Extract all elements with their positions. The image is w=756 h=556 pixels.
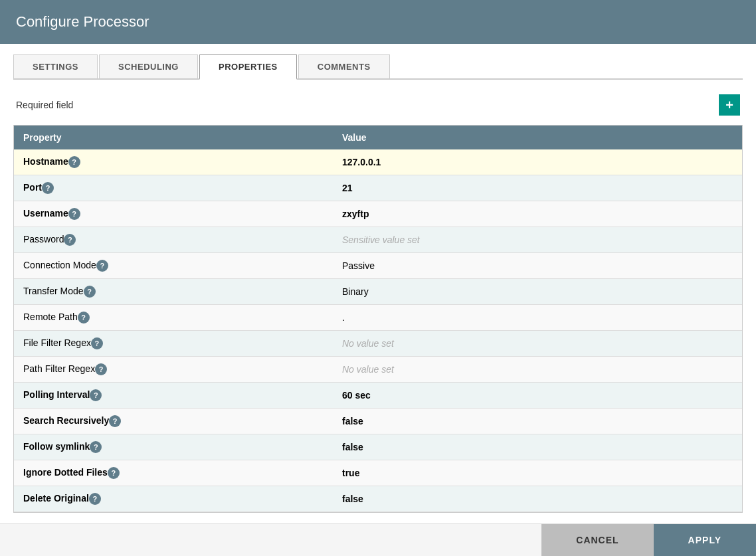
property-name: Delete Original (23, 493, 89, 504)
property-name: Polling Interval (23, 389, 90, 400)
table-row[interactable]: Transfer Mode?Binary (14, 279, 742, 305)
properties-table-wrapper: Property Value Hostname?127.0.0.1Port?21… (13, 125, 743, 513)
property-value[interactable]: 60 sec (333, 383, 742, 409)
table-row[interactable]: Password?Sensitive value set (14, 227, 742, 253)
help-icon[interactable]: ? (96, 260, 108, 272)
property-name: Remote Path (23, 312, 78, 322)
dialog-footer: CANCEL APPLY (0, 523, 756, 556)
help-icon[interactable]: ? (109, 415, 121, 427)
help-icon[interactable]: ? (68, 156, 80, 168)
help-icon[interactable]: ? (84, 286, 96, 298)
property-name: Search Recursively (23, 415, 109, 426)
help-icon[interactable]: ? (64, 234, 76, 246)
table-row[interactable]: File Filter Regex?No value set (14, 331, 742, 357)
cancel-button[interactable]: CANCEL (541, 524, 653, 556)
property-value[interactable]: true (333, 460, 742, 486)
properties-table-scroll[interactable]: Property Value Hostname?127.0.0.1Port?21… (14, 126, 742, 512)
property-value[interactable]: Passive (333, 253, 742, 279)
help-icon[interactable]: ? (108, 467, 120, 479)
property-value[interactable]: No value set (333, 331, 742, 357)
column-header-value: Value (333, 126, 742, 149)
table-row[interactable]: Polling Interval?60 sec (14, 383, 742, 409)
help-icon[interactable]: ? (90, 441, 102, 453)
table-row[interactable]: Username?zxyftp (14, 201, 742, 227)
add-property-button[interactable]: + (719, 94, 740, 116)
table-row[interactable]: Port?21 (14, 175, 742, 201)
property-value[interactable]: 127.0.0.1 (333, 149, 742, 175)
tab-properties[interactable]: PROPERTIES (199, 54, 297, 80)
required-field-bar: Required field + (13, 90, 743, 120)
property-value[interactable]: zxyftp (333, 201, 742, 227)
required-field-label: Required field (16, 100, 73, 110)
property-value[interactable]: false (333, 409, 742, 434)
table-row[interactable]: Delete Original?false (14, 486, 742, 512)
property-name: File Filter Regex (23, 337, 91, 348)
property-value[interactable]: false (333, 434, 742, 460)
help-icon[interactable]: ? (68, 208, 80, 220)
help-icon[interactable]: ? (42, 182, 54, 194)
property-value[interactable]: 21 (333, 175, 742, 201)
property-value[interactable]: Binary (333, 279, 742, 305)
dialog-header: Configure Processor (0, 0, 756, 44)
help-icon[interactable]: ? (91, 337, 103, 349)
property-name: Ignore Dotted Files (23, 467, 108, 478)
table-row[interactable]: Connection Mode?Passive (14, 253, 742, 279)
property-name: Port (23, 182, 42, 193)
table-row[interactable]: Follow symlink?false (14, 434, 742, 460)
apply-button[interactable]: APPLY (654, 524, 756, 556)
property-name: Hostname (23, 156, 68, 167)
property-name: Follow symlink (23, 441, 90, 452)
table-row[interactable]: Hostname?127.0.0.1 (14, 149, 742, 175)
tab-bar: SETTINGS SCHEDULING PROPERTIES COMMENTS (13, 54, 743, 80)
table-row[interactable]: Search Recursively?false (14, 409, 742, 434)
property-value[interactable]: No value set (333, 357, 742, 383)
tab-comments[interactable]: COMMENTS (298, 54, 390, 78)
property-value[interactable]: Sensitive value set (333, 227, 742, 253)
property-name: Password (23, 234, 64, 244)
property-name: Transfer Mode (23, 286, 84, 296)
table-row[interactable]: Path Filter Regex?No value set (14, 357, 742, 383)
table-row[interactable]: Remote Path?. (14, 305, 742, 331)
help-icon[interactable]: ? (95, 363, 107, 375)
help-icon[interactable]: ? (90, 389, 102, 401)
help-icon[interactable]: ? (78, 312, 90, 324)
properties-table: Property Value Hostname?127.0.0.1Port?21… (14, 126, 742, 512)
tab-scheduling[interactable]: SCHEDULING (99, 54, 198, 78)
table-row[interactable]: Ignore Dotted Files?true (14, 460, 742, 486)
tab-settings[interactable]: SETTINGS (13, 54, 98, 78)
property-name: Username (23, 208, 68, 219)
property-name: Connection Mode (23, 260, 96, 270)
property-value[interactable]: . (333, 305, 742, 331)
property-name: Path Filter Regex (23, 363, 95, 374)
help-icon[interactable]: ? (89, 493, 101, 505)
header-title: Configure Processor (16, 13, 149, 30)
column-header-property: Property (14, 126, 333, 149)
property-value[interactable]: false (333, 486, 742, 512)
dialog-content: SETTINGS SCHEDULING PROPERTIES COMMENTS … (0, 44, 756, 523)
